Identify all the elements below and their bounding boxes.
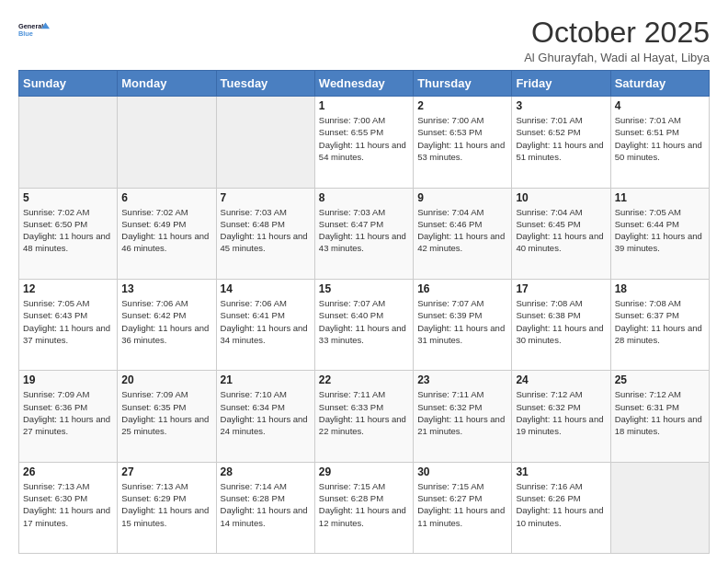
calendar-cell: [216, 97, 314, 188]
day-info: Sunrise: 7:02 AMSunset: 6:50 PMDaylight:…: [23, 206, 113, 255]
day-info: Sunrise: 7:12 AMSunset: 6:32 PMDaylight:…: [516, 388, 606, 437]
day-info: Sunrise: 7:11 AMSunset: 6:33 PMDaylight:…: [319, 388, 409, 437]
day-number: 30: [417, 465, 507, 478]
calendar-cell: 21 Sunrise: 7:10 AMSunset: 6:34 PMDaylig…: [216, 371, 314, 462]
calendar-cell: 14 Sunrise: 7:06 AMSunset: 6:41 PMDaylig…: [216, 279, 314, 370]
calendar-cell: 22 Sunrise: 7:11 AMSunset: 6:33 PMDaylig…: [314, 371, 413, 462]
day-header-tuesday: Tuesday: [216, 71, 314, 97]
calendar-cell: [118, 97, 216, 188]
calendar-cell: 7 Sunrise: 7:03 AMSunset: 6:48 PMDayligh…: [216, 188, 314, 279]
calendar-cell: 25 Sunrise: 7:12 AMSunset: 6:31 PMDaylig…: [610, 371, 709, 462]
day-number: 26: [23, 465, 113, 478]
day-number: 16: [417, 282, 507, 295]
page: General Blue October 2025 Al Ghurayfah, …: [0, 0, 728, 563]
svg-text:Blue: Blue: [18, 29, 33, 38]
day-info: Sunrise: 7:13 AMSunset: 6:30 PMDaylight:…: [23, 480, 113, 529]
calendar-cell: 29 Sunrise: 7:15 AMSunset: 6:28 PMDaylig…: [314, 462, 413, 553]
calendar-table: SundayMondayTuesdayWednesdayThursdayFrid…: [18, 70, 710, 554]
calendar-week-3: 19 Sunrise: 7:09 AMSunset: 6:36 PMDaylig…: [19, 371, 710, 462]
subtitle: Al Ghurayfah, Wadi al Hayat, Libya: [524, 51, 710, 64]
calendar-cell: 6 Sunrise: 7:02 AMSunset: 6:49 PMDayligh…: [118, 188, 216, 279]
calendar-cell: 13 Sunrise: 7:06 AMSunset: 6:42 PMDaylig…: [118, 279, 216, 370]
day-info: Sunrise: 7:15 AMSunset: 6:28 PMDaylight:…: [319, 480, 409, 529]
calendar-week-2: 12 Sunrise: 7:05 AMSunset: 6:43 PMDaylig…: [19, 279, 710, 370]
day-info: Sunrise: 7:03 AMSunset: 6:47 PMDaylight:…: [319, 206, 409, 255]
day-number: 21: [221, 373, 311, 386]
day-number: 17: [516, 282, 606, 295]
day-info: Sunrise: 7:12 AMSunset: 6:31 PMDaylight:…: [615, 388, 705, 437]
calendar-cell: 20 Sunrise: 7:09 AMSunset: 6:35 PMDaylig…: [118, 371, 216, 462]
logo-svg: General Blue: [18, 17, 50, 44]
day-info: Sunrise: 7:10 AMSunset: 6:34 PMDaylight:…: [221, 388, 311, 437]
day-info: Sunrise: 7:13 AMSunset: 6:29 PMDaylight:…: [121, 480, 211, 529]
day-info: Sunrise: 7:05 AMSunset: 6:43 PMDaylight:…: [23, 297, 113, 346]
day-info: Sunrise: 7:11 AMSunset: 6:32 PMDaylight:…: [417, 388, 507, 437]
day-number: 28: [221, 465, 311, 478]
day-number: 7: [221, 191, 311, 204]
calendar-cell: 2 Sunrise: 7:00 AMSunset: 6:53 PMDayligh…: [414, 97, 512, 188]
day-info: Sunrise: 7:01 AMSunset: 6:52 PMDaylight:…: [516, 114, 606, 163]
day-number: 27: [121, 465, 211, 478]
day-header-thursday: Thursday: [414, 71, 512, 97]
calendar-week-1: 5 Sunrise: 7:02 AMSunset: 6:50 PMDayligh…: [19, 188, 710, 279]
day-header-monday: Monday: [118, 71, 216, 97]
calendar-cell: 17 Sunrise: 7:08 AMSunset: 6:38 PMDaylig…: [512, 279, 610, 370]
day-info: Sunrise: 7:06 AMSunset: 6:41 PMDaylight:…: [221, 297, 311, 346]
calendar-cell: 1 Sunrise: 7:00 AMSunset: 6:55 PMDayligh…: [314, 97, 413, 188]
calendar-cell: 28 Sunrise: 7:14 AMSunset: 6:28 PMDaylig…: [216, 462, 314, 553]
calendar-cell: [19, 97, 118, 188]
day-number: 15: [319, 282, 409, 295]
calendar-cell: 16 Sunrise: 7:07 AMSunset: 6:39 PMDaylig…: [414, 279, 512, 370]
calendar-cell: 10 Sunrise: 7:04 AMSunset: 6:45 PMDaylig…: [512, 188, 610, 279]
calendar-cell: 19 Sunrise: 7:09 AMSunset: 6:36 PMDaylig…: [19, 371, 118, 462]
day-info: Sunrise: 7:00 AMSunset: 6:53 PMDaylight:…: [417, 114, 507, 163]
day-header-saturday: Saturday: [610, 71, 709, 97]
day-info: Sunrise: 7:05 AMSunset: 6:44 PMDaylight:…: [615, 206, 705, 255]
day-number: 14: [221, 282, 311, 295]
day-number: 29: [319, 465, 409, 478]
day-number: 12: [23, 282, 113, 295]
calendar-cell: 4 Sunrise: 7:01 AMSunset: 6:51 PMDayligh…: [610, 97, 709, 188]
calendar-cell: 18 Sunrise: 7:08 AMSunset: 6:37 PMDaylig…: [610, 279, 709, 370]
day-number: 2: [417, 99, 507, 112]
day-info: Sunrise: 7:04 AMSunset: 6:46 PMDaylight:…: [417, 206, 507, 255]
day-info: Sunrise: 7:02 AMSunset: 6:49 PMDaylight:…: [121, 206, 211, 255]
calendar-cell: 23 Sunrise: 7:11 AMSunset: 6:32 PMDaylig…: [414, 371, 512, 462]
calendar-cell: 11 Sunrise: 7:05 AMSunset: 6:44 PMDaylig…: [610, 188, 709, 279]
day-info: Sunrise: 7:01 AMSunset: 6:51 PMDaylight:…: [615, 114, 705, 163]
calendar-week-0: 1 Sunrise: 7:00 AMSunset: 6:55 PMDayligh…: [19, 97, 710, 188]
day-info: Sunrise: 7:14 AMSunset: 6:28 PMDaylight:…: [221, 480, 311, 529]
day-number: 5: [23, 191, 113, 204]
day-number: 8: [319, 191, 409, 204]
day-number: 19: [23, 373, 113, 386]
day-info: Sunrise: 7:03 AMSunset: 6:48 PMDaylight:…: [221, 206, 311, 255]
month-title: October 2025: [524, 17, 710, 49]
day-info: Sunrise: 7:09 AMSunset: 6:35 PMDaylight:…: [121, 388, 211, 437]
day-number: 13: [121, 282, 211, 295]
day-header-friday: Friday: [512, 71, 610, 97]
day-number: 18: [615, 282, 705, 295]
title-section: October 2025 Al Ghurayfah, Wadi al Hayat…: [524, 17, 710, 64]
day-number: 10: [516, 191, 606, 204]
day-number: 6: [121, 191, 211, 204]
day-info: Sunrise: 7:07 AMSunset: 6:40 PMDaylight:…: [319, 297, 409, 346]
calendar-cell: 30 Sunrise: 7:15 AMSunset: 6:27 PMDaylig…: [414, 462, 512, 553]
calendar-cell: 15 Sunrise: 7:07 AMSunset: 6:40 PMDaylig…: [314, 279, 413, 370]
day-number: 20: [121, 373, 211, 386]
day-number: 31: [516, 465, 606, 478]
day-number: 3: [516, 99, 606, 112]
calendar-cell: 9 Sunrise: 7:04 AMSunset: 6:46 PMDayligh…: [414, 188, 512, 279]
day-info: Sunrise: 7:00 AMSunset: 6:55 PMDaylight:…: [319, 114, 409, 163]
day-number: 11: [615, 191, 705, 204]
day-header-sunday: Sunday: [19, 71, 118, 97]
day-number: 23: [417, 373, 507, 386]
day-info: Sunrise: 7:15 AMSunset: 6:27 PMDaylight:…: [417, 480, 507, 529]
calendar-cell: 27 Sunrise: 7:13 AMSunset: 6:29 PMDaylig…: [118, 462, 216, 553]
day-number: 25: [615, 373, 705, 386]
day-info: Sunrise: 7:08 AMSunset: 6:37 PMDaylight:…: [615, 297, 705, 346]
calendar-cell: 3 Sunrise: 7:01 AMSunset: 6:52 PMDayligh…: [512, 97, 610, 188]
calendar-week-4: 26 Sunrise: 7:13 AMSunset: 6:30 PMDaylig…: [19, 462, 710, 553]
day-info: Sunrise: 7:16 AMSunset: 6:26 PMDaylight:…: [516, 480, 606, 529]
day-info: Sunrise: 7:08 AMSunset: 6:38 PMDaylight:…: [516, 297, 606, 346]
logo: General Blue: [18, 17, 50, 44]
